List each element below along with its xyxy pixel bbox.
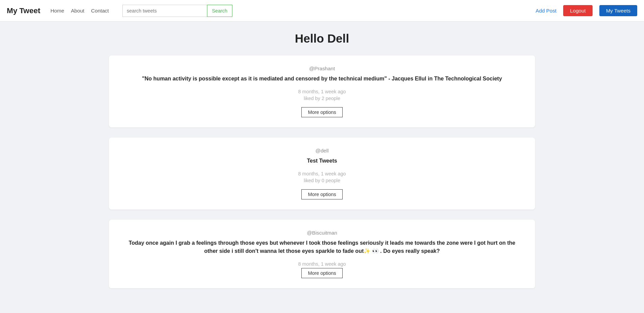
- add-post-link[interactable]: Add Post: [536, 8, 557, 14]
- tweet-likes: liked by 0 people: [122, 178, 522, 183]
- tweet-timestamp: 8 months, 1 week ago: [122, 261, 522, 267]
- tweet-timestamp: 8 months, 1 week ago: [122, 89, 522, 94]
- nav-contact-link[interactable]: Contact: [91, 8, 109, 14]
- navbar: My Tweet Home About Contact Search Add P…: [0, 0, 644, 22]
- nav-right: Add Post Logout My Tweets: [536, 5, 637, 16]
- tweet-content: Today once again I grab a feelings throu…: [122, 239, 522, 255]
- tweet-card: @Prashant"No human activity is possible …: [109, 55, 535, 127]
- more-options-button[interactable]: More options: [301, 268, 342, 278]
- tweet-author: @Prashant: [122, 66, 522, 71]
- tweet-likes: liked by 2 people: [122, 96, 522, 101]
- nav-home-link[interactable]: Home: [50, 8, 64, 14]
- tweets-container: @Prashant"No human activity is possible …: [109, 55, 535, 288]
- more-options-button[interactable]: More options: [301, 107, 342, 117]
- page-heading: Hello Dell: [109, 32, 535, 45]
- tweet-author: @dell: [122, 148, 522, 153]
- search-input[interactable]: [122, 5, 207, 17]
- tweet-card: @dellTest Tweets8 months, 1 week agolike…: [109, 138, 535, 210]
- my-tweets-button[interactable]: My Tweets: [599, 5, 637, 16]
- tweet-content: "No human activity is possible except as…: [122, 75, 522, 83]
- brand-logo: My Tweet: [7, 6, 40, 15]
- main-content: Hello Dell @Prashant"No human activity i…: [102, 22, 542, 309]
- nav-about-link[interactable]: About: [71, 8, 85, 14]
- search-button[interactable]: Search: [207, 5, 233, 17]
- logout-button[interactable]: Logout: [563, 5, 592, 16]
- tweet-card: @BiscuitmanToday once again I grab a fee…: [109, 220, 535, 288]
- more-options-button[interactable]: More options: [301, 189, 342, 199]
- nav-links: Home About Contact: [50, 8, 109, 14]
- tweet-author: @Biscuitman: [122, 230, 522, 236]
- search-container: Search: [122, 5, 233, 17]
- tweet-timestamp: 8 months, 1 week ago: [122, 171, 522, 176]
- tweet-content: Test Tweets: [122, 157, 522, 165]
